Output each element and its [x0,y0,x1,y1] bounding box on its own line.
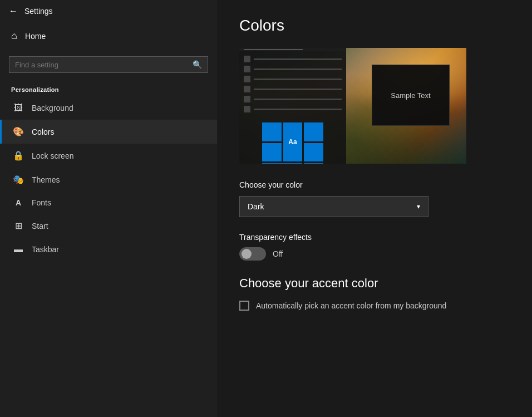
menu-line-6 [244,106,342,112]
sidebar-item-background[interactable]: 🖼 Background [0,96,217,120]
start-label: Start [32,222,48,230]
menu-bar [254,68,342,70]
choose-color-label: Choose your color [239,180,510,189]
menu-bar [254,58,342,60]
preview-start-area: Aa [239,117,346,164]
background-icon: 🖼 [13,103,24,113]
menu-bar [254,79,342,80]
tile-wide [262,163,302,164]
fonts-label: Fonts [32,198,51,207]
accent-title: Choose your accent color [239,276,510,291]
sidebar: ← Settings ⌂ Home 🔍 Personalization 🖼 Ba… [0,0,217,417]
transparency-section: Transparency effects Off [239,233,510,261]
search-icon: 🔍 [193,60,202,69]
sidebar-item-themes[interactable]: 🎭 Themes [0,168,217,192]
menu-line-1 [244,56,342,62]
menu-bar [254,99,342,100]
accent-color-section: Choose your accent color Automatically p… [239,276,510,311]
sidebar-item-start[interactable]: ⊞ Start [0,214,217,238]
tile-1 [262,122,282,141]
settings-title: Settings [24,7,53,16]
search-input[interactable] [15,61,193,69]
chevron-down-icon: ▾ [417,203,420,210]
menu-line-4 [244,86,342,92]
menu-dot [244,76,250,82]
search-container: 🔍 [0,52,217,77]
taskbar-label: Taskbar [32,245,59,254]
color-dropdown[interactable]: Dark ▾ [239,196,428,217]
personalization-section-label: Personalization [0,80,217,96]
lock-screen-icon: 🔒 [13,150,24,161]
tile-center: Aa [283,122,303,161]
taskbar-line [244,49,303,50]
themes-icon: 🎭 [13,174,24,185]
menu-line-5 [244,96,342,102]
menu-dot [244,56,250,62]
menu-line-3 [244,76,342,82]
main-content: Colors [217,0,532,417]
color-preview: Aa Sample Text [239,48,466,164]
tile-4 [262,143,282,162]
sample-text: Sample Text [391,91,430,100]
sample-text-popup: Sample Text [372,65,450,126]
themes-label: Themes [32,175,60,184]
home-nav-item[interactable]: ⌂ Home [0,22,217,50]
auto-pick-row: Automatically pick an accent color from … [239,301,510,311]
auto-pick-checkbox[interactable] [239,301,249,311]
tile-3 [304,122,323,141]
fonts-icon: A [13,198,24,207]
transparency-label: Transparency effects [239,233,510,242]
menu-line-2 [244,66,342,72]
start-tiles-grid: Aa [262,122,323,164]
tile-7 [304,163,323,164]
transparency-toggle[interactable] [239,247,266,261]
sidebar-item-lock-screen[interactable]: 🔒 Lock screen [0,144,217,168]
background-label: Background [32,104,73,112]
menu-dot [244,96,250,102]
sidebar-item-taskbar[interactable]: ▬ Taskbar [0,238,217,261]
preview-menu-lines [239,51,346,117]
tile-5 [304,143,323,162]
toggle-state-label: Off [273,249,283,258]
home-label: Home [25,32,46,41]
choose-color-section: Choose your color Dark ▾ [239,180,510,217]
menu-dot [244,66,250,72]
color-dropdown-value: Dark [248,202,264,211]
menu-bar [254,109,342,110]
back-button[interactable]: ← [9,6,18,16]
menu-dot [244,106,250,112]
menu-dot [244,86,250,92]
home-icon: ⌂ [11,30,17,42]
preview-dark-panel: Aa [239,48,346,164]
sidebar-item-fonts[interactable]: A Fonts [0,192,217,214]
sidebar-item-colors[interactable]: 🎨 Colors [0,120,217,144]
lock-screen-label: Lock screen [32,151,73,160]
page-title: Colors [239,17,510,35]
sidebar-header: ← Settings [0,0,217,22]
toggle-row: Off [239,247,510,261]
auto-pick-label: Automatically pick an accent color from … [256,301,446,310]
colors-label: Colors [32,127,54,136]
search-box[interactable]: 🔍 [9,56,208,73]
start-icon: ⊞ [13,220,24,231]
menu-bar [254,89,342,90]
taskbar-icon: ▬ [13,244,24,254]
colors-icon: 🎨 [13,126,24,137]
